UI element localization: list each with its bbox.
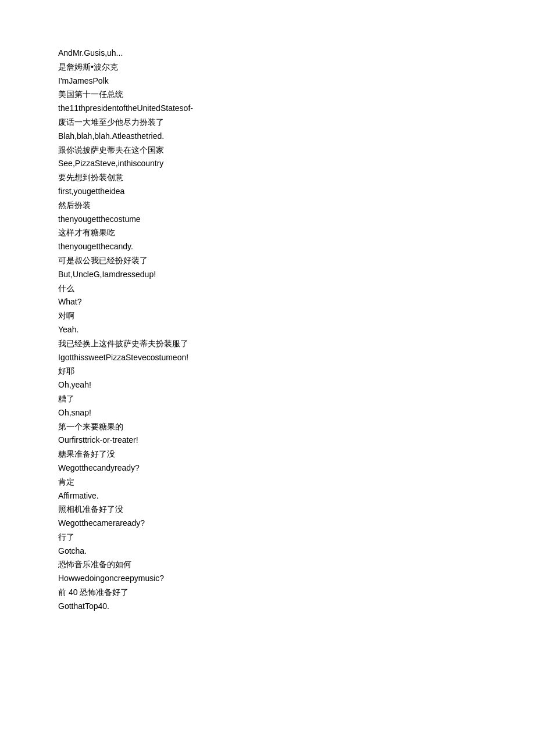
subtitle-line-30: Wegotthecandyready? <box>58 461 477 475</box>
subtitle-line-3: 美国第十一任总统 <box>58 88 477 102</box>
subtitle-line-26: Oh,snap! <box>58 406 477 420</box>
subtitle-line-22: IgotthissweetPizzaStevecostumeon! <box>58 351 477 365</box>
subtitle-line-16: But,UncleG,Iamdressedup! <box>58 268 477 282</box>
subtitle-line-7: 跟你说披萨史蒂夫在这个国家 <box>58 144 477 157</box>
subtitle-line-32: Affirmative. <box>58 489 477 503</box>
subtitle-line-21: 我已经换上这件披萨史蒂夫扮装服了 <box>58 337 477 351</box>
subtitle-line-29: 糖果准备好了没 <box>58 447 477 461</box>
subtitle-line-12: thenyougetthecostume <box>58 213 477 227</box>
subtitle-line-23: 好耶 <box>58 364 477 378</box>
subtitle-line-34: Wegotthecameraready? <box>58 517 477 531</box>
subtitle-line-6: Blah,blah,blah.Atleasthetried. <box>58 130 477 144</box>
subtitle-line-27: 第一个来要糖果的 <box>58 420 477 434</box>
subtitle-line-18: What? <box>58 295 477 309</box>
subtitle-line-0: AndMr.Gusis,uh... <box>58 46 477 60</box>
subtitle-line-11: 然后扮装 <box>58 199 477 213</box>
subtitle-line-10: first,yougettheidea <box>58 185 477 199</box>
subtitle-line-35: 行了 <box>58 531 477 544</box>
subtitle-line-9: 要先想到扮装创意 <box>58 171 477 185</box>
subtitle-line-28: Ourfirsttrick-or-treater! <box>58 433 477 447</box>
subtitle-line-25: 糟了 <box>58 392 477 406</box>
subtitle-line-2: I'mJamesPolk <box>58 74 477 88</box>
subtitle-line-15: 可是叔公我已经扮好装了 <box>58 254 477 268</box>
subtitle-line-13: 这样才有糖果吃 <box>58 226 477 240</box>
subtitle-line-38: Howwedoingoncreepymusic? <box>58 572 477 586</box>
subtitle-line-33: 照相机准备好了没 <box>58 503 477 517</box>
subtitle-line-36: Gotcha. <box>58 544 477 558</box>
subtitle-line-5: 废话一大堆至少他尽力扮装了 <box>58 116 477 130</box>
subtitle-line-14: thenyougetthecandy. <box>58 240 477 254</box>
subtitle-line-40: GotthatTop40. <box>58 600 477 614</box>
subtitle-line-31: 肯定 <box>58 475 477 489</box>
subtitle-content: AndMr.Gusis,uh...是詹姆斯•波尔克I'mJamesPolk美国第… <box>58 46 477 614</box>
subtitle-line-1: 是詹姆斯•波尔克 <box>58 60 477 74</box>
subtitle-line-24: Oh,yeah! <box>58 378 477 392</box>
subtitle-line-20: Yeah. <box>58 323 477 337</box>
subtitle-line-37: 恐怖音乐准备的如何 <box>58 558 477 572</box>
subtitle-line-39: 前 40 恐怖准备好了 <box>58 586 477 600</box>
subtitle-line-17: 什么 <box>58 282 477 296</box>
subtitle-line-4: the11thpresidentoftheUnitedStatesof- <box>58 102 477 116</box>
subtitle-line-19: 对啊 <box>58 309 477 323</box>
subtitle-line-8: See,PizzaSteve,inthiscountry <box>58 157 477 171</box>
